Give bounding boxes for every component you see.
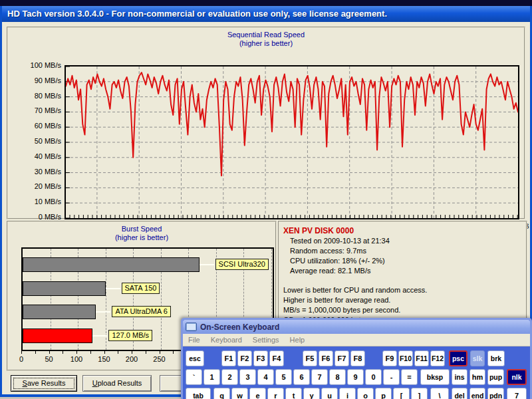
key-f12[interactable]: F12 <box>430 350 445 366</box>
seq-chart-title: Sequential Read Speed <box>8 31 524 39</box>
key-f9[interactable]: F9 <box>382 350 397 366</box>
burst-x-tick-label: 50 <box>41 355 58 363</box>
seq-y-tick-label: 80 MB/s <box>17 92 61 100</box>
key-5[interactable]: 5 <box>275 369 292 385</box>
seq-y-tick-label: 0 MB/s <box>17 213 61 221</box>
seq-y-tick-label: 100 MB/s <box>17 61 61 69</box>
key-f3[interactable]: F3 <box>253 350 268 366</box>
burst-x-tick-label: 100 <box>68 355 85 363</box>
key-r[interactable]: r <box>267 388 284 399</box>
key-q[interactable]: q <box>213 388 230 399</box>
hdtach-title-bar[interactable]: HD Tach version 3.0.4.0 - For non-commer… <box>2 6 530 22</box>
disk-name: XEN PV DISK 0000 <box>283 225 522 236</box>
seq-y-tick-label: 30 MB/s <box>17 168 61 176</box>
key-0[interactable]: 0 <box>365 369 382 385</box>
burst-label-connector <box>96 311 110 313</box>
key-p[interactable]: p <box>375 388 392 399</box>
key-7[interactable]: 7 <box>311 369 328 385</box>
key-w[interactable]: w <box>231 388 248 399</box>
disk-stat-line: Average read: 82.1 MB/s <box>283 266 522 276</box>
on-screen-keyboard-window: On-Screen Keyboard File Keyboard Setting… <box>181 318 532 399</box>
seq-y-tick-label: 70 MB/s <box>17 106 61 114</box>
burst-label-connector <box>106 288 120 289</box>
key-f2[interactable]: F2 <box>237 350 252 366</box>
burst-label-connector <box>92 335 107 336</box>
burst-x-tick-label: 250 <box>151 355 168 363</box>
key-f7[interactable]: F7 <box>334 350 349 366</box>
burst-chart-subtitle: (higher is better) <box>8 233 275 242</box>
upload-results-button[interactable]: Upload Results <box>82 375 152 392</box>
burst-bar-label: SATA 150 <box>122 283 160 294</box>
key-del[interactable]: del <box>452 388 467 399</box>
key-symbol[interactable]: - <box>383 369 400 385</box>
seq-y-tick-label: 40 MB/s <box>17 152 61 160</box>
burst-bar-label: SCSI Ultra320 <box>215 259 269 270</box>
key-2[interactable]: 2 <box>221 369 238 385</box>
key-7[interactable]: 7 <box>507 388 527 399</box>
burst-bar <box>23 329 92 343</box>
key-f1[interactable]: F1 <box>221 350 236 366</box>
burst-x-tick-label: 150 <box>96 355 113 363</box>
key-end[interactable]: end <box>469 388 485 399</box>
burst-chart-title: Burst Speed <box>8 225 275 233</box>
seq-y-tick-label: 20 MB/s <box>17 182 61 190</box>
key-4[interactable]: 4 <box>257 369 274 385</box>
save-focus-rect <box>13 378 74 389</box>
key-e[interactable]: e <box>249 388 266 399</box>
key-o[interactable]: o <box>357 388 374 399</box>
burst-bar <box>23 281 106 296</box>
disk-note-line: Higher is better for average read. <box>283 295 522 305</box>
save-results-button[interactable]: Save Results <box>11 375 77 392</box>
desktop-top-strip <box>0 0 532 6</box>
seq-y-tick-label: 10 MB/s <box>17 198 61 205</box>
key-i[interactable]: i <box>339 388 356 399</box>
key-pup[interactable]: pup <box>487 369 504 385</box>
seq-y-tick-label: 50 MB/s <box>17 137 61 145</box>
key-1[interactable]: 1 <box>203 369 220 385</box>
key-slk[interactable]: slk <box>470 350 485 366</box>
key-bksp[interactable]: bksp <box>420 369 450 385</box>
burst-bar <box>23 257 200 272</box>
burst-x-tick-label: 0 <box>13 355 30 363</box>
burst-label-connector <box>200 264 214 265</box>
key-pdn[interactable]: pdn <box>487 388 504 399</box>
key-f11[interactable]: F11 <box>414 350 429 366</box>
key-symbol[interactable]: ] <box>411 388 428 399</box>
key-y[interactable]: y <box>303 388 320 399</box>
seq-chart-svg <box>66 66 518 218</box>
disk-stat-line: Tested on 2009-10-13 at 21:34 <box>283 236 522 246</box>
key-esc[interactable]: esc <box>186 350 204 366</box>
key-hm[interactable]: hm <box>469 369 485 385</box>
burst-bar <box>23 305 96 319</box>
key-tab[interactable]: tab <box>186 388 211 399</box>
key-symbol[interactable]: ` <box>186 369 202 385</box>
key-f5[interactable]: F5 <box>303 350 317 366</box>
key-t[interactable]: t <box>285 388 302 399</box>
disk-note-line: Lower is better for CPU and random acces… <box>283 285 522 295</box>
key-8[interactable]: 8 <box>329 369 346 385</box>
key-nlk[interactable]: nlk <box>507 369 527 385</box>
key-psc[interactable]: psc <box>449 350 467 366</box>
key-f8[interactable]: F8 <box>350 350 365 366</box>
seq-y-tick-label: 60 MB/s <box>17 122 61 130</box>
key-f10[interactable]: F10 <box>398 350 413 366</box>
seq-chart-subtitle: (higher is better) <box>8 39 524 48</box>
screen: HD Tach version 3.0.4.0 - For non-commer… <box>0 0 532 399</box>
key-f4[interactable]: F4 <box>269 350 284 366</box>
key-3[interactable]: 3 <box>239 369 256 385</box>
osk-key-area: escF1F2F3F4F5F6F7F8F9F10F11F12pscslkbrk`… <box>183 320 530 399</box>
key-symbol[interactable]: \ <box>430 388 449 399</box>
key-symbol[interactable]: [ <box>393 388 410 399</box>
key-brk[interactable]: brk <box>487 350 505 366</box>
seq-chart-plot <box>65 65 519 219</box>
key-ins[interactable]: ins <box>452 369 467 385</box>
hdtach-title-text: HD Tach version 3.0.4.0 - For non-commer… <box>7 9 387 19</box>
burst-x-tick-label: 200 <box>123 355 140 363</box>
key-u[interactable]: u <box>321 388 338 399</box>
key-9[interactable]: 9 <box>347 369 364 385</box>
disk-stat-line: CPU utilization: 18% (+/- 2%) <box>283 256 522 266</box>
key-f6[interactable]: F6 <box>319 350 333 366</box>
key-6[interactable]: 6 <box>293 369 310 385</box>
key-symbol[interactable]: = <box>401 369 418 385</box>
disk-note-line: MB/s = 1,000,000 bytes per second. <box>283 305 522 315</box>
